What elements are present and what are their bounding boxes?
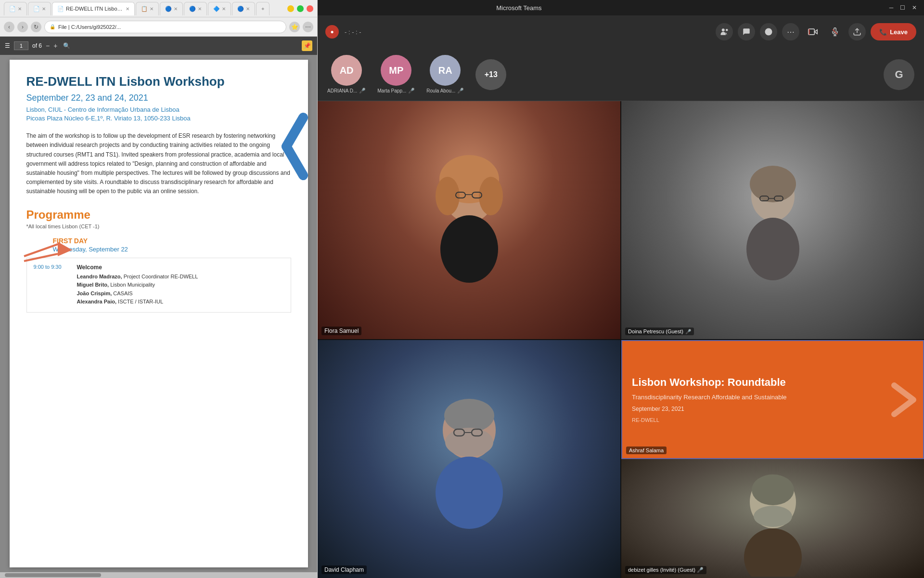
share-btn[interactable]	[848, 23, 866, 40]
tab-close-6[interactable]: ✕	[198, 6, 202, 12]
participant-marta: MP Marta Papp... 🎤	[377, 55, 415, 94]
tab-close-5[interactable]: ✕	[174, 6, 178, 12]
participant-more: +13	[475, 59, 506, 90]
back-button[interactable]: ‹	[4, 22, 14, 32]
pdf-search-btn[interactable]: 🔍	[61, 40, 72, 51]
arrow-decoration	[22, 237, 75, 263]
debizet-silhouette	[734, 461, 811, 577]
slide-subtitle: Transdisciplinarity Research Affordable …	[632, 393, 913, 402]
teams-minimize-btn[interactable]: ─	[887, 4, 895, 11]
record-button[interactable]: ●	[325, 25, 339, 39]
tab-icon-8: 🔵	[237, 6, 244, 12]
workshop-title: RE-DWELL ITN Lisbon Workshop	[26, 74, 291, 89]
tab-icon-7: 🔷	[213, 6, 220, 12]
roula-mic-icon: 🎤	[457, 88, 464, 94]
pdf-menu-icon: ☰	[5, 42, 10, 49]
tab-icon-6: 🔵	[189, 6, 196, 12]
close-btn[interactable]	[307, 5, 313, 12]
doina-mic-icon: 🎤	[685, 329, 691, 334]
pdf-pin-btn[interactable]: 📌	[302, 40, 312, 51]
browser-menu-btn[interactable]: ⋯	[303, 22, 313, 32]
tab-close-8[interactable]: ✕	[246, 6, 250, 12]
doina-name-text: Doina Petrescu (Guest)	[628, 328, 683, 334]
extensions-btn[interactable]: ⭐	[289, 22, 300, 32]
chat-btn[interactable]	[738, 23, 755, 40]
speaker-1-role: Project Coordinator RE-DWELL	[124, 274, 198, 279]
slide-logo: RE-DWELL	[632, 417, 913, 423]
g-avatar: G	[884, 59, 914, 90]
svg-point-23	[750, 166, 796, 202]
slide-logo-text: RE-DWELL	[632, 417, 659, 423]
speaker-1-name: Leandro Madrazo,	[77, 274, 122, 279]
browser-tab-6[interactable]: 🔵✕	[184, 2, 207, 15]
react-icon	[764, 27, 773, 36]
mic-btn[interactable]	[826, 23, 844, 40]
browser-tab-8[interactable]: 🔵✕	[232, 2, 255, 15]
ashraf-label: Ashraf Salama	[626, 447, 667, 454]
scrollbar-thumb[interactable]	[5, 573, 101, 577]
speaker-2-role: Lisbon Municipality	[110, 282, 155, 288]
address-bar[interactable]: 🔒 File | C:/Users/gi925022/...	[44, 21, 286, 33]
entry-time: 9:00 to 9:30	[31, 262, 74, 308]
svg-point-34	[436, 457, 503, 529]
debizet-mic-icon: 🎤	[697, 567, 704, 573]
marta-label-row: Marta Papp... 🎤	[377, 88, 415, 94]
participant-roula: RA Roula Abou... 🎤	[426, 55, 464, 94]
slide-title-text: Lisbon Workshop: Roundtable	[632, 376, 786, 388]
svg-point-17	[479, 177, 503, 215]
react-btn[interactable]	[760, 23, 777, 40]
camera-icon	[808, 27, 818, 37]
pdf-page-total: of 6	[32, 42, 42, 49]
roundtable-slide-cell: Lisbon Workshop: Roundtable Transdiscipl…	[621, 340, 924, 459]
browser-tab-1[interactable]: 📄 ✕	[4, 2, 27, 15]
browser-tab-4[interactable]: 📋✕	[136, 2, 159, 15]
browser-tab-active[interactable]: 📄 RE-DWELL ITN Lisbon Workshop... ✕	[52, 2, 135, 15]
browser-tab-5[interactable]: 🔵✕	[160, 2, 183, 15]
slide-arrow-decoration	[889, 381, 918, 419]
adriana-name: ADRIANA D...	[327, 88, 357, 93]
active-tab-label: RE-DWELL ITN Lisbon Workshop...	[66, 6, 124, 12]
speaker-3-name: João Crispim,	[77, 290, 112, 296]
leave-label: Leave	[890, 28, 908, 36]
chevron-decoration	[279, 113, 308, 180]
video-debizet: debizet gilles (Invité) (Guest) 🎤	[621, 459, 924, 578]
svg-point-36	[752, 474, 794, 505]
roula-avatar: RA	[430, 55, 461, 86]
browser-tab-2[interactable]: 📄 ✕	[28, 2, 51, 15]
marta-mic-icon: 🎤	[408, 88, 415, 94]
participants-bar: AD ADRIANA D... 🎤 MP Marta Papp... 🎤 RA …	[318, 48, 924, 101]
maximize-btn[interactable]	[297, 5, 304, 12]
tab-close-7[interactable]: ✕	[222, 6, 226, 12]
programme-note: *All local times Lisbon (CET -1)	[26, 223, 291, 229]
teams-close-btn[interactable]: ✕	[911, 4, 918, 11]
minimize-btn[interactable]	[287, 5, 294, 12]
workshop-venue: Lisbon, CIUL - Centro de Informação Urba…	[26, 106, 291, 113]
page-number-input[interactable]	[14, 41, 28, 50]
teams-maximize-btn[interactable]: ☐	[899, 4, 907, 11]
camera-btn[interactable]	[804, 23, 821, 40]
flora-name-text: Flora Samuel	[324, 328, 359, 334]
participants-btn[interactable]	[716, 23, 733, 40]
address-lock-icon: 🔒	[50, 24, 55, 29]
slide-subtitle-text: Transdisciplinarity Research Affordable …	[632, 394, 787, 401]
browser-tab-7[interactable]: 🔷✕	[208, 2, 231, 15]
first-day-label: FIRST DAY	[53, 237, 291, 245]
tab-close-4[interactable]: ✕	[150, 6, 154, 12]
horizontal-scrollbar[interactable]	[0, 572, 317, 578]
refresh-button[interactable]: ↻	[31, 22, 41, 32]
more-options-btn[interactable]: ⋯	[782, 23, 799, 40]
right-bottom-panel: Lisbon Workshop: Roundtable Transdiscipl…	[621, 340, 924, 578]
browser-tab-new[interactable]: +	[256, 2, 270, 15]
roula-name: Roula Abou...	[426, 88, 455, 93]
tab-close-1[interactable]: ✕	[18, 6, 22, 12]
svg-point-21	[440, 215, 498, 283]
tab-close-2[interactable]: ✕	[42, 6, 46, 12]
active-tab-close[interactable]: ✕	[126, 6, 129, 12]
forward-button[interactable]: ›	[17, 22, 28, 32]
programme-entry: 9:00 to 9:30 Welcome Leandro Madrazo, Pr…	[26, 258, 291, 313]
pdf-zoom-out[interactable]: −	[46, 42, 50, 50]
leave-button[interactable]: 📞 Leave	[871, 23, 916, 40]
pdf-zoom-in[interactable]: +	[53, 42, 57, 50]
pdf-content[interactable]: RE-DWELL ITN Lisbon Workshop September 2…	[0, 55, 317, 572]
debizet-name-label: debizet gilles (Invité) (Guest) 🎤	[625, 566, 706, 574]
